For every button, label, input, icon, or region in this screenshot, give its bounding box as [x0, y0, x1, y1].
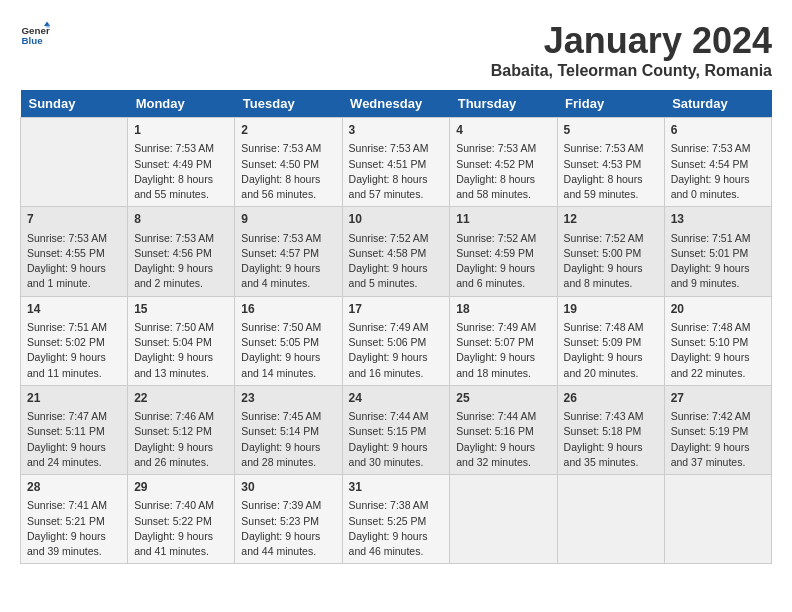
sunrise-text: Sunrise: 7:53 AM [241, 231, 335, 246]
header-row: SundayMondayTuesdayWednesdayThursdayFrid… [21, 90, 772, 118]
daylight-text: Daylight: 9 hours and 9 minutes. [671, 261, 765, 291]
day-number: 27 [671, 390, 765, 407]
daylight-text: Daylight: 9 hours and 5 minutes. [349, 261, 444, 291]
daylight-text: Daylight: 9 hours and 13 minutes. [134, 350, 228, 380]
calendar-cell: 23Sunrise: 7:45 AMSunset: 5:14 PMDayligh… [235, 385, 342, 474]
sunrise-text: Sunrise: 7:53 AM [564, 141, 658, 156]
sunset-text: Sunset: 5:10 PM [671, 335, 765, 350]
calendar-header: SundayMondayTuesdayWednesdayThursdayFrid… [21, 90, 772, 118]
daylight-text: Daylight: 9 hours and 44 minutes. [241, 529, 335, 559]
calendar-cell: 22Sunrise: 7:46 AMSunset: 5:12 PMDayligh… [128, 385, 235, 474]
day-number: 1 [134, 122, 228, 139]
sunset-text: Sunset: 5:00 PM [564, 246, 658, 261]
daylight-text: Daylight: 9 hours and 8 minutes. [564, 261, 658, 291]
day-number: 14 [27, 301, 121, 318]
calendar-cell: 4Sunrise: 7:53 AMSunset: 4:52 PMDaylight… [450, 118, 557, 207]
daylight-text: Daylight: 9 hours and 35 minutes. [564, 440, 658, 470]
calendar-cell: 28Sunrise: 7:41 AMSunset: 5:21 PMDayligh… [21, 475, 128, 564]
daylight-text: Daylight: 8 hours and 55 minutes. [134, 172, 228, 202]
calendar-cell [557, 475, 664, 564]
daylight-text: Daylight: 9 hours and 26 minutes. [134, 440, 228, 470]
svg-text:Blue: Blue [22, 35, 44, 46]
sunrise-text: Sunrise: 7:53 AM [27, 231, 121, 246]
sunrise-text: Sunrise: 7:51 AM [671, 231, 765, 246]
daylight-text: Daylight: 9 hours and 20 minutes. [564, 350, 658, 380]
day-number: 23 [241, 390, 335, 407]
sunset-text: Sunset: 5:12 PM [134, 424, 228, 439]
daylight-text: Daylight: 9 hours and 28 minutes. [241, 440, 335, 470]
day-number: 13 [671, 211, 765, 228]
calendar-cell: 16Sunrise: 7:50 AMSunset: 5:05 PMDayligh… [235, 296, 342, 385]
daylight-text: Daylight: 9 hours and 46 minutes. [349, 529, 444, 559]
sunset-text: Sunset: 4:55 PM [27, 246, 121, 261]
page-header: General Blue January 2024 Babaita, Teleo… [20, 20, 772, 80]
sunset-text: Sunset: 4:53 PM [564, 157, 658, 172]
calendar-cell: 26Sunrise: 7:43 AMSunset: 5:18 PMDayligh… [557, 385, 664, 474]
day-number: 20 [671, 301, 765, 318]
sunrise-text: Sunrise: 7:39 AM [241, 498, 335, 513]
daylight-text: Daylight: 9 hours and 37 minutes. [671, 440, 765, 470]
day-number: 22 [134, 390, 228, 407]
daylight-text: Daylight: 9 hours and 11 minutes. [27, 350, 121, 380]
sunset-text: Sunset: 5:15 PM [349, 424, 444, 439]
day-number: 25 [456, 390, 550, 407]
day-number: 9 [241, 211, 335, 228]
sunset-text: Sunset: 4:51 PM [349, 157, 444, 172]
day-number: 5 [564, 122, 658, 139]
daylight-text: Daylight: 9 hours and 6 minutes. [456, 261, 550, 291]
day-number: 11 [456, 211, 550, 228]
daylight-text: Daylight: 9 hours and 0 minutes. [671, 172, 765, 202]
sunset-text: Sunset: 4:59 PM [456, 246, 550, 261]
sunset-text: Sunset: 5:02 PM [27, 335, 121, 350]
week-row-3: 14Sunrise: 7:51 AMSunset: 5:02 PMDayligh… [21, 296, 772, 385]
sunrise-text: Sunrise: 7:42 AM [671, 409, 765, 424]
sunset-text: Sunset: 4:57 PM [241, 246, 335, 261]
daylight-text: Daylight: 9 hours and 4 minutes. [241, 261, 335, 291]
sunset-text: Sunset: 4:54 PM [671, 157, 765, 172]
calendar-cell: 2Sunrise: 7:53 AMSunset: 4:50 PMDaylight… [235, 118, 342, 207]
day-header-thursday: Thursday [450, 90, 557, 118]
sunset-text: Sunset: 5:18 PM [564, 424, 658, 439]
title-block: January 2024 Babaita, Teleorman County, … [491, 20, 772, 80]
sunset-text: Sunset: 5:16 PM [456, 424, 550, 439]
daylight-text: Daylight: 9 hours and 30 minutes. [349, 440, 444, 470]
sunset-text: Sunset: 5:07 PM [456, 335, 550, 350]
daylight-text: Daylight: 9 hours and 41 minutes. [134, 529, 228, 559]
week-row-5: 28Sunrise: 7:41 AMSunset: 5:21 PMDayligh… [21, 475, 772, 564]
month-title: January 2024 [491, 20, 772, 62]
sunset-text: Sunset: 4:50 PM [241, 157, 335, 172]
sunrise-text: Sunrise: 7:40 AM [134, 498, 228, 513]
logo-icon: General Blue [20, 20, 50, 50]
sunset-text: Sunset: 5:01 PM [671, 246, 765, 261]
calendar-cell: 30Sunrise: 7:39 AMSunset: 5:23 PMDayligh… [235, 475, 342, 564]
sunrise-text: Sunrise: 7:53 AM [349, 141, 444, 156]
sunrise-text: Sunrise: 7:52 AM [456, 231, 550, 246]
day-number: 21 [27, 390, 121, 407]
calendar-cell: 18Sunrise: 7:49 AMSunset: 5:07 PMDayligh… [450, 296, 557, 385]
week-row-4: 21Sunrise: 7:47 AMSunset: 5:11 PMDayligh… [21, 385, 772, 474]
daylight-text: Daylight: 9 hours and 18 minutes. [456, 350, 550, 380]
calendar-cell [664, 475, 771, 564]
sunset-text: Sunset: 5:05 PM [241, 335, 335, 350]
calendar-cell: 7Sunrise: 7:53 AMSunset: 4:55 PMDaylight… [21, 207, 128, 296]
sunrise-text: Sunrise: 7:44 AM [456, 409, 550, 424]
day-number: 31 [349, 479, 444, 496]
day-header-wednesday: Wednesday [342, 90, 450, 118]
daylight-text: Daylight: 9 hours and 32 minutes. [456, 440, 550, 470]
sunrise-text: Sunrise: 7:44 AM [349, 409, 444, 424]
daylight-text: Daylight: 8 hours and 56 minutes. [241, 172, 335, 202]
calendar-cell: 27Sunrise: 7:42 AMSunset: 5:19 PMDayligh… [664, 385, 771, 474]
week-row-1: 1Sunrise: 7:53 AMSunset: 4:49 PMDaylight… [21, 118, 772, 207]
sunrise-text: Sunrise: 7:53 AM [241, 141, 335, 156]
sunset-text: Sunset: 5:09 PM [564, 335, 658, 350]
day-number: 29 [134, 479, 228, 496]
sunset-text: Sunset: 5:19 PM [671, 424, 765, 439]
daylight-text: Daylight: 8 hours and 58 minutes. [456, 172, 550, 202]
calendar-cell: 1Sunrise: 7:53 AMSunset: 4:49 PMDaylight… [128, 118, 235, 207]
daylight-text: Daylight: 9 hours and 2 minutes. [134, 261, 228, 291]
day-number: 4 [456, 122, 550, 139]
calendar-cell: 24Sunrise: 7:44 AMSunset: 5:15 PMDayligh… [342, 385, 450, 474]
sunrise-text: Sunrise: 7:49 AM [456, 320, 550, 335]
day-number: 16 [241, 301, 335, 318]
daylight-text: Daylight: 9 hours and 1 minute. [27, 261, 121, 291]
